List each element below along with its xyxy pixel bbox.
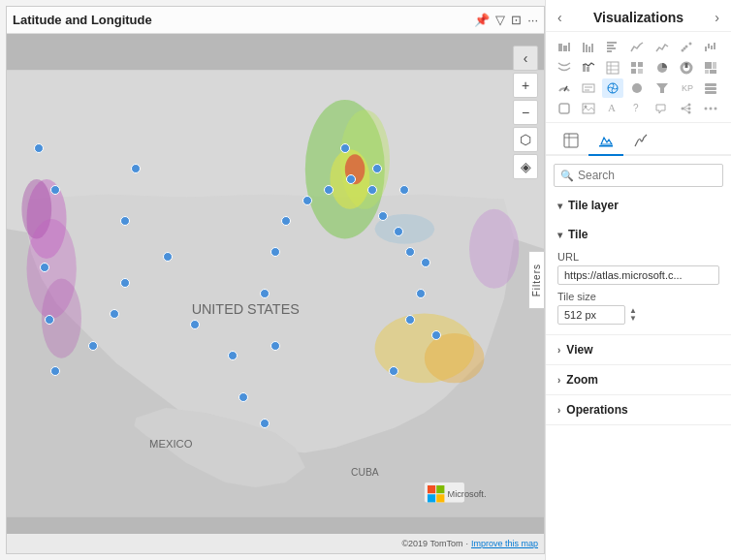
data-point	[394, 227, 403, 236]
viz-icon-gauge[interactable]	[554, 78, 575, 98]
viz-panel-title: Visualizations	[593, 10, 683, 25]
viz-icon-table[interactable]	[602, 58, 623, 78]
data-point	[421, 258, 430, 267]
svg-rect-58	[583, 84, 594, 92]
filters-tab[interactable]: Filters	[528, 251, 544, 309]
tile-layer-content: ▾ Tile URL Tile size ▲ ▼	[546, 220, 731, 334]
viz-icon-bar[interactable]	[578, 38, 599, 57]
viz-icon-matrix[interactable]	[626, 58, 648, 78]
svg-rect-23	[563, 46, 567, 51]
pin-icon[interactable]: 📌	[474, 13, 490, 27]
tile-sub-header[interactable]: ▾ Tile	[557, 224, 719, 245]
viz-icon-filled-map[interactable]	[626, 78, 648, 98]
viz-icon-donut[interactable]	[676, 58, 697, 78]
svg-point-35	[688, 43, 691, 46]
viz-icon-text[interactable]: A	[602, 99, 623, 118]
zoom-label: Zoom	[566, 373, 598, 387]
viz-icon-area[interactable]	[626, 38, 648, 57]
data-point	[163, 252, 173, 262]
svg-point-80	[704, 108, 707, 110]
map-zoom-in-button[interactable]: +	[513, 73, 538, 98]
svg-text:A: A	[608, 102, 616, 113]
data-point	[378, 211, 388, 221]
svg-rect-49	[631, 69, 636, 74]
svg-rect-65	[705, 83, 716, 86]
search-input[interactable]	[578, 169, 716, 182]
data-point	[399, 185, 409, 195]
view-header[interactable]: › View	[546, 335, 731, 364]
tile-size-spinner[interactable]: ▲ ▼	[629, 307, 637, 323]
viz-panel: ‹ Visualizations ›	[545, 0, 731, 560]
viz-icon-line[interactable]	[652, 38, 673, 57]
data-point	[281, 216, 291, 226]
viz-icon-more[interactable]	[700, 99, 721, 118]
svg-rect-30	[607, 45, 614, 47]
svg-marker-63	[656, 83, 668, 93]
map-improve-link[interactable]: Improve this map	[471, 539, 538, 548]
svg-rect-18	[436, 485, 444, 493]
svg-rect-48	[638, 62, 643, 67]
data-point	[346, 174, 356, 184]
tile-sub-label: Tile	[568, 228, 588, 241]
tile-layer-chevron: ▾	[557, 201, 562, 211]
tile-layer-header[interactable]: ▾ Tile layer	[546, 191, 731, 220]
viz-icon-horizontal-bar[interactable]	[602, 38, 623, 57]
viz-icon-funnel[interactable]	[652, 78, 673, 98]
viz-icon-decomp-tree[interactable]	[676, 99, 697, 118]
svg-rect-31	[607, 47, 616, 49]
data-point	[110, 309, 119, 319]
viz-icon-smart-narrative[interactable]	[652, 99, 673, 118]
svg-rect-19	[428, 494, 435, 502]
svg-rect-83	[564, 134, 578, 147]
viz-icon-pie[interactable]	[652, 58, 673, 78]
operations-header[interactable]: › Operations	[546, 395, 731, 424]
map-layers-button[interactable]: ⬡	[513, 127, 538, 152]
viz-icon-card[interactable]	[578, 78, 599, 98]
svg-rect-39	[711, 46, 713, 49]
data-point	[40, 263, 49, 272]
filter-icon[interactable]: ▽	[495, 13, 505, 27]
svg-point-82	[714, 108, 716, 110]
data-point	[416, 289, 426, 298]
viz-icon-qna[interactable]: ?	[626, 99, 648, 118]
viz-icon-image[interactable]	[578, 99, 599, 118]
data-point	[88, 341, 98, 351]
svg-text:?: ?	[633, 103, 639, 113]
tab-analytics[interactable]	[623, 127, 658, 156]
viz-icon-waterfall[interactable]	[700, 38, 721, 57]
url-input[interactable]	[557, 265, 719, 285]
tile-sub-chevron: ▾	[557, 230, 562, 240]
svg-rect-55	[705, 70, 709, 74]
viz-icon-combo[interactable]	[578, 58, 599, 78]
map-back-button[interactable]: ‹	[513, 46, 538, 71]
viz-panel-left-arrow[interactable]: ‹	[557, 10, 562, 25]
search-box[interactable]: 🔍	[554, 164, 723, 187]
map-container: Latitude and Longitude 📌 ▽ ⊡ ···	[6, 6, 545, 554]
tile-size-input[interactable]	[557, 305, 625, 325]
data-point	[120, 278, 130, 288]
tab-fields[interactable]	[554, 127, 588, 156]
data-point	[324, 185, 334, 195]
more-options-icon[interactable]: ···	[527, 13, 538, 27]
map-zoom-out-button[interactable]: −	[513, 100, 538, 125]
viz-icon-scatter[interactable]	[676, 38, 697, 57]
viz-icon-shape[interactable]	[554, 99, 575, 118]
viz-icon-ribbon[interactable]	[554, 58, 575, 78]
zoom-header[interactable]: › Zoom	[546, 365, 731, 394]
svg-point-11	[469, 209, 519, 289]
svg-rect-32	[607, 50, 612, 52]
expand-icon[interactable]: ⊡	[511, 13, 522, 27]
svg-text:KPI: KPI	[682, 83, 693, 93]
svg-point-62	[632, 83, 642, 93]
viz-icon-slicer[interactable]	[700, 78, 721, 98]
data-point	[270, 247, 280, 257]
tab-format[interactable]	[588, 127, 623, 156]
viz-icon-kpi[interactable]: KPI	[676, 78, 697, 98]
svg-rect-53	[705, 62, 712, 69]
viz-icon-stacked-bar[interactable]	[554, 38, 575, 57]
viz-icon-treemap[interactable]	[700, 58, 721, 78]
viz-panel-right-arrow[interactable]: ›	[715, 10, 719, 25]
svg-rect-37	[705, 47, 707, 51]
viz-icon-map[interactable]	[602, 78, 623, 98]
map-compass-button[interactable]: ◈	[513, 154, 538, 179]
